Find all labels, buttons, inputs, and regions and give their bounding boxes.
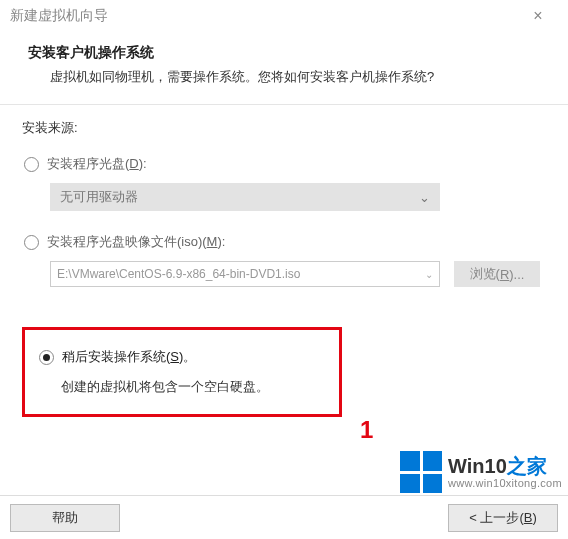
radio-iso-file[interactable]: 安装程序光盘映像文件(iso)(M): (24, 233, 546, 251)
radio-install-later[interactable]: 稍后安装操作系统(S)。 (39, 348, 325, 366)
iso-path-value: E:\VMware\CentOS-6.9-x86_64-bin-DVD1.iso (57, 267, 300, 281)
titlebar: 新建虚拟机向导 × (0, 0, 568, 32)
watermark-url: www.win10xitong.com (448, 477, 562, 489)
header-title: 安装客户机操作系统 (28, 44, 540, 62)
iso-row: E:\VMware\CentOS-6.9-x86_64-bin-DVD1.iso… (50, 261, 546, 287)
radio-icon (39, 350, 54, 365)
install-source-label: 安装来源: (22, 119, 546, 137)
dropdown-value: 无可用驱动器 (60, 188, 138, 206)
radio-iso-label: 安装程序光盘映像文件(iso)(M): (47, 233, 225, 251)
watermark: Win10之家 www.win10xitong.com (400, 451, 562, 493)
radio-icon (24, 235, 39, 250)
back-button[interactable]: < 上一步(B) (448, 504, 558, 532)
radio-later-label: 稍后安装操作系统(S)。 (62, 348, 196, 366)
radio-installer-disc[interactable]: 安装程序光盘(D): (24, 155, 546, 173)
annotation-marker-1: 1 (360, 416, 373, 444)
header-subtitle: 虚拟机如同物理机，需要操作系统。您将如何安装客户机操作系统? (28, 68, 540, 86)
chevron-down-icon: ⌄ (419, 190, 430, 205)
window-title: 新建虚拟机向导 (10, 7, 518, 25)
watermark-text: Win10之家 www.win10xitong.com (448, 455, 562, 489)
chevron-down-icon: ⌄ (425, 269, 433, 280)
radio-disc-label: 安装程序光盘(D): (47, 155, 147, 173)
wizard-header: 安装客户机操作系统 虚拟机如同物理机，需要操作系统。您将如何安装客户机操作系统? (0, 32, 568, 104)
iso-path-combobox[interactable]: E:\VMware\CentOS-6.9-x86_64-bin-DVD1.iso… (50, 261, 440, 287)
radio-icon (24, 157, 39, 172)
windows-logo-icon (400, 451, 442, 493)
wizard-footer: 帮助 < 上一步(B) (0, 495, 568, 539)
watermark-brand: Win10之家 (448, 455, 562, 477)
browse-button[interactable]: 浏览(R)... (454, 261, 540, 287)
help-button[interactable]: 帮助 (10, 504, 120, 532)
install-later-description: 创建的虚拟机将包含一个空白硬盘。 (61, 378, 325, 396)
wizard-body: 安装来源: 安装程序光盘(D): 无可用驱动器 ⌄ 安装程序光盘映像文件(iso… (0, 105, 568, 427)
disc-drive-dropdown[interactable]: 无可用驱动器 ⌄ (50, 183, 440, 211)
close-icon[interactable]: × (518, 7, 558, 25)
highlight-box: 稍后安装操作系统(S)。 创建的虚拟机将包含一个空白硬盘。 (22, 327, 342, 417)
